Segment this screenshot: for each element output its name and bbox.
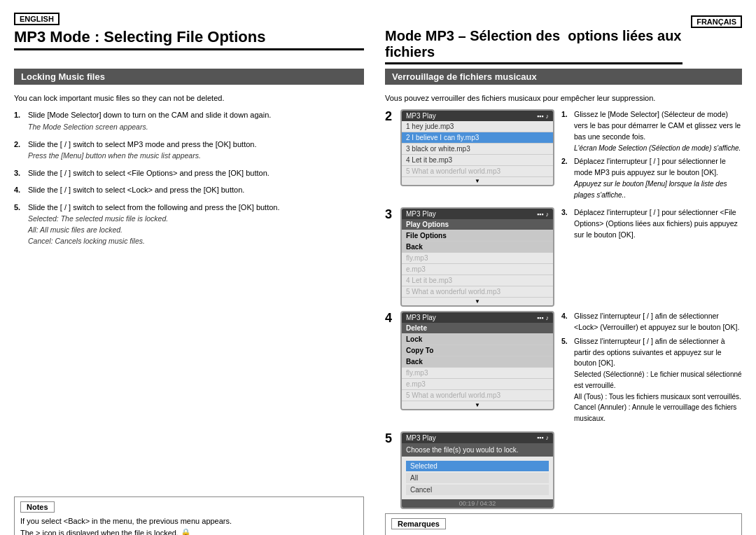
step-num-2: 2.: [14, 139, 24, 162]
step-text-5: Slide the [ / ] switch to select from th…: [28, 203, 280, 211]
step-content-1: Slide [Mode Selector] down to turn on th…: [28, 109, 364, 132]
screen3-arrow: ▼: [402, 298, 553, 305]
screen3-title: MP3 Play: [406, 210, 436, 218]
remarques-label: Remarques: [391, 518, 446, 529]
screen3-row: 3 MP3 Play ▪▪▪ ♪ Play Options File Optio…: [385, 207, 742, 307]
screen4-item2: e.mp3: [402, 379, 553, 390]
screen3-item2: e.mp3: [402, 264, 553, 275]
screen2-wrap: 2 MP3 Play ▪▪▪ ♪ 1 hey jude.mp3 2 I beli…: [385, 109, 554, 186]
screen2-icons: ▪▪▪ ♪: [537, 113, 549, 120]
left-col: You can lock important music files so th…: [14, 93, 378, 535]
header-left: ENGLISH MP3 Mode : Selecting File Option…: [14, 13, 378, 50]
fr-step-text-1: Glissez le [Mode Selector] (Sélecteur de…: [574, 109, 742, 153]
screen5-opt-all: All: [406, 473, 549, 483]
screen5-opt-selected: Selected: [406, 461, 549, 471]
step-en-2: 2. Slide the [ / ] switch to select MP3 …: [14, 139, 364, 162]
lang-badge-fr: FRANÇAIS: [691, 15, 742, 28]
step-num-1: 1.: [14, 109, 24, 132]
screen4-titlebar: MP3 Play ▪▪▪ ♪: [402, 312, 553, 323]
screen4-row: 4 MP3 Play ▪▪▪ ♪ Delete Lock Copy To Ba: [385, 311, 742, 427]
step-text-4: Slide the [ / ] switch to select <Lock> …: [28, 186, 244, 194]
screen3-titlebar: MP3 Play ▪▪▪ ♪: [402, 209, 553, 219]
section-header-en-wrap: Locking Music files: [14, 69, 378, 89]
screen2-title: MP3 Play: [406, 112, 436, 120]
lock-icon-notes: 🔒: [181, 528, 191, 535]
fr-steps-1-2: 1. Glissez le [Mode Selector] (Sélecteur…: [561, 109, 742, 203]
steps-list-en: 1. Slide [Mode Selector] down to turn on…: [14, 109, 364, 252]
screen5-num: 5: [385, 431, 398, 446]
screen5-opt-cancel: Cancel: [406, 485, 549, 495]
screen4-item1: fly.mp3: [402, 368, 553, 379]
step-text-1: Slide [Mode Selector] down to turn on th…: [28, 111, 271, 119]
screen4-device: MP3 Play ▪▪▪ ♪ Delete Lock Copy To Back …: [400, 311, 554, 410]
step-sub-5: Selected: The selected music file is loc…: [28, 214, 364, 246]
notes-text-1: If you select <Back> in the menu, the pr…: [20, 515, 358, 527]
screen4-menu-lock: Lock: [402, 334, 553, 345]
fr-step-text-5: Glissez l'interrupteur [ / ] afin de sél…: [574, 336, 742, 424]
screen5-row: 5 MP3 Play ▪▪▪ ♪ Choose the file(s) you …: [385, 431, 742, 509]
screen5-icons: ▪▪▪ ♪: [537, 434, 549, 441]
fr-step-num-3: 3.: [561, 207, 571, 240]
fr-step-num-5: 5.: [561, 336, 571, 424]
section-header-fr-wrap: Verrouillage de fichiers musicaux: [378, 69, 742, 89]
page: ENGLISH MP3 Mode : Selecting File Option…: [0, 0, 756, 535]
notes-box: Notes If you select <Back> in the menu, …: [14, 496, 364, 535]
title-fr-block: Mode MP3 – Sélection des options liées a…: [385, 13, 682, 64]
screen2-item2: 2 I believe I can fly.mp3: [402, 132, 553, 144]
header-right-inner: Mode MP3 – Sélection des options liées a…: [385, 13, 742, 64]
fr-step-text-4: Glissez l'interrupteur [ / ] afin de sél…: [574, 311, 742, 333]
fr-step-num-2: 2.: [561, 156, 571, 200]
screen3-menu-file: File Options: [402, 230, 553, 242]
remarques-text-1: Si vous sélectionnez <Back> (Retour) dan…: [391, 532, 736, 535]
screen5-title: MP3 Play: [406, 434, 436, 442]
screen4-wrap: 4 MP3 Play ▪▪▪ ♪ Delete Lock Copy To Ba: [385, 311, 554, 410]
screen3-menu-back: Back: [402, 242, 553, 253]
screen4-num: 4: [385, 311, 398, 326]
icon-music: ♪: [546, 113, 550, 120]
screen3-menu-play: Play Options: [402, 219, 553, 230]
screen3-icons: ▪▪▪ ♪: [537, 211, 549, 218]
screen2-num: 2: [385, 109, 398, 124]
step-num-5: 5.: [14, 202, 24, 247]
screen3-item4: 5 What a wonderful world.mp3: [402, 286, 553, 298]
step-text-2: Slide the [ / ] switch to select MP3 mod…: [28, 140, 257, 148]
step-sub-1: The Mode Selection screen appears.: [28, 122, 364, 133]
fr-step-4-block: 4. Glissez l'interrupteur [ / ] afin de …: [561, 311, 742, 427]
main-title-en: MP3 Mode : Selecting File Options: [14, 28, 364, 50]
step-num-4: 4.: [14, 184, 24, 196]
fr-step-2: 2. Déplacez l'interrupteur [ / ] pour sé…: [561, 156, 742, 200]
screen2-titlebar: MP3 Play ▪▪▪ ♪: [402, 111, 553, 121]
screen3-item3: 4 Let it be.mp3: [402, 275, 553, 286]
screen5-timebar: 00:19 / 04:32: [402, 499, 553, 508]
step-en-5: 5. Slide the [ / ] switch to select from…: [14, 202, 364, 247]
screen3-item1: fly.mp3: [402, 253, 553, 264]
icon-music3: ♪: [546, 314, 550, 321]
fr-step-text-3: Déplacez l'interrupteur [ / ] pour sélec…: [574, 207, 742, 240]
screen4-item3: 5 What a wonderful world.mp3: [402, 390, 553, 401]
screen5-device: MP3 Play ▪▪▪ ♪ Choose the file(s) you wo…: [400, 431, 554, 509]
screen4-menu-back: Back: [402, 356, 553, 368]
icon-music2: ♪: [546, 211, 550, 218]
screen3-device: MP3 Play ▪▪▪ ♪ Play Options File Options…: [400, 207, 554, 307]
fr-step-4: 4. Glissez l'interrupteur [ / ] afin de …: [561, 311, 742, 333]
screen5-options: Selected All Cancel: [402, 457, 553, 499]
fr-step-num-1: 1.: [561, 109, 571, 153]
screen2-item4: 4 Let it be.mp3: [402, 155, 553, 166]
step-num-3: 3.: [14, 167, 24, 179]
remarques-box: Remarques Si vous sélectionnez <Back> (R…: [385, 513, 742, 535]
screen3-wrap: 3 MP3 Play ▪▪▪ ♪ Play Options File Optio…: [385, 207, 554, 307]
lang-badge-en: ENGLISH: [14, 13, 59, 25]
screen2-row: 2 MP3 Play ▪▪▪ ♪ 1 hey jude.mp3 2 I beli…: [385, 109, 742, 203]
step-en-1: 1. Slide [Mode Selector] down to turn on…: [14, 109, 364, 132]
screen4-icons: ▪▪▪ ♪: [537, 314, 549, 321]
title-fr-line1: Mode MP3 – Sélection des: [385, 28, 560, 43]
icon-battery: ▪▪▪: [537, 113, 544, 120]
content-row: You can lock important music files so th…: [14, 93, 742, 535]
screen2-item3: 3 black or white.mp3: [402, 144, 553, 155]
step-en-3: 3. Slide the [ / ] switch to select <Fil…: [14, 167, 364, 179]
step-sub-2: Press the [Menu] button when the music l…: [28, 151, 364, 162]
screen2-arrow: ▼: [402, 177, 553, 185]
right-col: Vous pouvez verrouiller des fichiers mus…: [378, 93, 742, 535]
screen5-choose-header: Choose the file(s) you would to lock.: [402, 443, 553, 457]
screen4-title: MP3 Play: [406, 314, 436, 321]
